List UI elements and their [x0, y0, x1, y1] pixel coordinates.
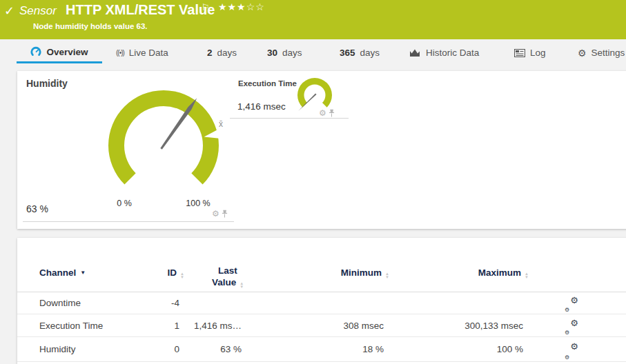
column-header-label: Last: [218, 265, 237, 276]
live-data-icon: ((•)): [116, 49, 124, 57]
tab-label: Log: [530, 48, 546, 58]
table-row-execution-time[interactable]: Execution Time 1 1,416 ms… 308 msec 300,…: [17, 314, 626, 337]
sort-icon: ▲▼: [180, 272, 184, 279]
tab-settings[interactable]: ⚙ Settings: [578, 42, 625, 63]
cell-id: 0: [138, 337, 179, 362]
table-row-downtime[interactable]: Downtime -4 ⚙⚙: [17, 292, 626, 314]
tab-label: days: [282, 48, 302, 58]
column-header-maximum[interactable]: Maximum▲▼: [421, 267, 529, 279]
column-header-label: Value: [212, 277, 236, 287]
gauge-title: Humidity: [26, 78, 68, 89]
gauge-mean-marker-label: x̄: [219, 119, 223, 129]
stars-empty: ☆☆: [246, 1, 265, 12]
sensor-status-message: Node humidity holds value 63.: [33, 22, 148, 30]
stars-filled: ★★★: [218, 1, 246, 12]
column-header-last-value-line2[interactable]: Value▲▼: [200, 277, 255, 288]
cell-channel[interactable]: Downtime: [39, 292, 81, 314]
cell-id: 1: [138, 314, 179, 337]
sort-desc-icon: ▼: [80, 270, 86, 276]
overview-gauges-panel: Humidity 0 % 100 % 63 % x̄ ⚙ Execution T…: [17, 71, 626, 229]
cell-channel[interactable]: Execution Time: [39, 314, 103, 337]
cell-maximum: 100 %: [421, 337, 523, 362]
column-header-last-value[interactable]: Last: [200, 265, 255, 276]
tab-overview[interactable]: Overview: [17, 42, 102, 63]
cell-minimum: 18 %: [282, 337, 384, 362]
tab-label-number: 30: [267, 48, 277, 58]
column-header-minimum[interactable]: Minimum▲▼: [282, 267, 389, 279]
gauge-current-value: 1,416 msec: [237, 101, 286, 112]
priority-stars[interactable]: ★★★☆☆: [218, 1, 265, 12]
tab-365-days[interactable]: 365 days: [340, 42, 380, 63]
gauge-title: Execution Time: [238, 79, 297, 88]
sensor-type-label: Sensor: [19, 4, 57, 18]
edit-channel-icon[interactable]: ⚙⚙: [565, 292, 581, 314]
gauge-toolbar: ⚙: [319, 108, 335, 118]
tab-live-data[interactable]: ((•)) Live Data: [116, 42, 168, 63]
flag-icon[interactable]: ⚐: [202, 2, 210, 12]
tab-log[interactable]: Log: [514, 42, 546, 63]
sort-icon: ▲▼: [385, 272, 389, 279]
tab-label: Live Data: [129, 48, 168, 58]
cell-last-value: 63 %: [186, 337, 242, 362]
column-header-label: Maximum: [478, 267, 521, 278]
gauge-max-label: 100 %: [181, 199, 215, 208]
gear-icon: ⚙: [578, 48, 587, 59]
execution-time-gauge-panel: Execution Time 1,416 msec ⚙: [230, 74, 349, 119]
gauge-current-value: 63 %: [26, 203, 48, 214]
channels-table-panel: Channel▼ ID▲▼ Last Value▲▼ Minimum▲▼ Max…: [17, 238, 626, 364]
cell-channel[interactable]: Humidity: [39, 337, 76, 362]
gauge-icon: [30, 46, 41, 57]
status-ok-icon: ✓: [4, 3, 14, 19]
gear-icon[interactable]: ⚙: [212, 209, 219, 219]
log-list-icon: [514, 49, 525, 57]
column-header-id[interactable]: ID▲▼: [138, 267, 184, 279]
cell-id: -4: [138, 292, 179, 314]
gauge-min-label: 0 %: [107, 199, 141, 208]
tab-label: days: [217, 48, 237, 58]
tab-historic-data[interactable]: Historic Data: [409, 42, 479, 63]
column-header-label: Minimum: [341, 267, 382, 278]
tab-2-days[interactable]: 2 days: [207, 42, 237, 63]
tab-label: Settings: [591, 48, 625, 58]
humidity-gauge: [95, 77, 233, 214]
sort-icon: ▲▼: [239, 282, 244, 288]
cell-maximum: 300,133 msec: [421, 314, 523, 337]
pin-icon[interactable]: [329, 109, 335, 117]
tab-label: Historic Data: [426, 48, 479, 58]
tab-label: Overview: [46, 47, 88, 57]
tab-label: days: [360, 48, 380, 58]
gauge-toolbar: ⚙: [212, 209, 228, 219]
edit-channel-icon[interactable]: ⚙⚙: [565, 337, 581, 361]
tab-label-number: 2: [207, 48, 213, 58]
column-header-channel[interactable]: Channel▼: [39, 267, 86, 278]
column-header-label: Channel: [39, 267, 76, 278]
tab-label-number: 365: [340, 48, 355, 58]
sensor-title: HTTP XML/REST Value: [66, 2, 215, 18]
gear-icon[interactable]: ⚙: [319, 108, 326, 118]
area-chart-icon: [409, 48, 421, 57]
column-header-label: ID: [168, 267, 177, 278]
table-row-humidity[interactable]: Humidity 0 63 % 18 % 100 % ⚙⚙: [17, 337, 626, 362]
cell-minimum: 308 msec: [282, 314, 384, 337]
pin-icon[interactable]: [222, 210, 228, 218]
humidity-gauge-panel: Humidity 0 % 100 % 63 % x̄ ⚙: [23, 74, 234, 222]
sensor-header: ✓ Sensor HTTP XML/REST Value ⚐ ★★★☆☆ Nod…: [0, 0, 626, 39]
cell-last-value: 1,416 ms…: [186, 314, 242, 337]
sort-icon: ▲▼: [525, 272, 529, 279]
tab-30-days[interactable]: 30 days: [267, 42, 302, 63]
